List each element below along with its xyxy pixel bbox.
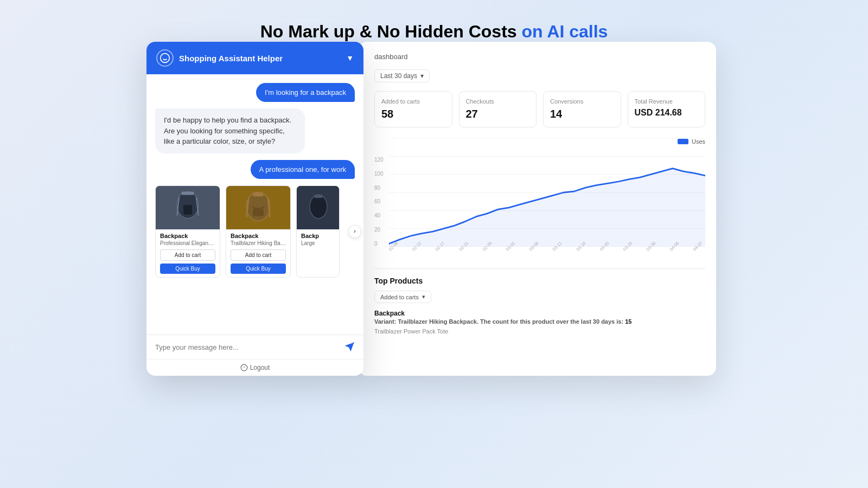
add-to-cart-btn-2[interactable]: Add to cart [231,249,286,261]
chat-body: I'm looking for a backpack I'd be happy … [146,74,363,335]
stat-value-3: USD 214.68 [635,108,699,118]
stat-added-to-carts: Added to carts 58 [374,91,452,127]
stat-revenue: Total Revenue USD 214.68 [628,91,706,127]
dashboard-panel: dashboard Last 30 days ▾ Added to carts … [358,42,716,376]
svg-point-0 [161,54,170,63]
title-blue: on AI calls [521,22,608,41]
product-name-2: Backpack [231,233,286,239]
dashboard-nav: dashboard [374,53,705,61]
date-filter-label: Last 30 days [380,72,417,80]
stats-row: Added to carts 58 Checkouts 27 Conversio… [374,91,705,127]
product-card-2: Backpack Trailblazer Hiking Backpa... Ad… [226,185,291,278]
product-card-3: Backp Large [296,185,340,278]
chat-header-left: Shopping Assistant Helper [156,49,283,67]
chart-container: Uses 120 100 80 60 40 20 0 [374,138,705,258]
svg-rect-6 [183,205,192,215]
product-info-1: Backpack Professional Elegance W... Add … [156,229,220,277]
filter-chevron: ▾ [422,293,425,300]
chat-input-area [146,335,363,359]
stat-checkouts: Checkouts 27 [459,91,537,127]
title-black: No Mark up & No Hidden Costs [260,22,517,41]
stat-value-1: 27 [466,108,530,120]
product-desc-1: Professional Elegance W... [160,240,215,246]
chat-header: Shopping Assistant Helper ▼ [146,42,363,74]
bot-message-1: I'd be happy to help you find a backpack… [155,108,305,153]
product-name-3: Backp [301,233,335,239]
product-desc-2: Trailblazer Hiking Backpa... [231,240,286,246]
stat-label-0: Added to carts [381,98,445,105]
product-name-1: Backpack [160,233,215,239]
product-info-3: Backp Large [297,229,339,253]
date-filter[interactable]: Last 30 days ▾ [374,69,430,82]
top-product-2: Trailblazer Power Pack Tote [374,328,705,335]
carousel-next-button[interactable]: › [348,225,361,238]
product-desc-3: Large [301,240,335,246]
svg-rect-11 [253,192,264,196]
count-value: 15 [625,318,631,325]
stat-value-2: 14 [550,108,614,120]
product-image-3 [297,186,339,229]
top-products-filter-label: Added to carts [380,294,419,300]
svg-point-16 [310,195,327,219]
main-container: Shopping Assistant Helper ▼ I'm looking … [146,42,722,376]
top-products-title: Top Products [374,277,705,285]
user-message-1: I'm looking for a backpack [256,83,355,102]
stat-label-1: Checkouts [466,98,530,105]
top-product-1: Backpack Variant: Trailblazer Hiking Bac… [374,310,705,325]
svg-marker-30 [389,169,705,247]
variant-value: Trailblazer Hiking Backpack. [398,318,478,325]
count-label: The count for this product over the last… [480,318,623,325]
top-product-1-desc: Variant: Trailblazer Hiking Backpack. Th… [374,318,705,325]
product-info-2: Backpack Trailblazer Hiking Backpa... Ad… [226,229,290,277]
chevron-down-icon[interactable]: ▼ [346,54,354,62]
products-carousel: Backpack Professional Elegance W... Add … [155,185,355,278]
chat-title: Shopping Assistant Helper [179,54,283,63]
legend-label: Uses [692,138,705,145]
svg-rect-5 [181,191,194,195]
variant-label: Variant: [374,318,396,325]
top-product-1-name: Backpack [374,310,705,317]
stat-conversions: Conversions 14 [543,91,621,127]
quick-buy-btn-2[interactable]: Quick Buy [231,264,286,274]
chart-svg [389,138,705,247]
send-button[interactable] [344,342,355,352]
date-filter-chevron: ▾ [420,72,424,80]
chat-avatar-icon [156,49,174,67]
chat-input[interactable] [155,343,339,351]
top-products-section: Top Products Added to carts ▾ Backpack V… [374,268,705,335]
quick-buy-btn-1[interactable]: Quick Buy [160,264,215,274]
svg-marker-19 [345,343,354,352]
chat-widget: Shopping Assistant Helper ▼ I'm looking … [146,42,363,376]
svg-point-10 [246,192,270,221]
svg-rect-12 [253,208,264,216]
chart-x-axis: 02-08 02-12 02-17 02-21 02-26 03-01 03-0… [374,248,705,253]
chart-y-axis: 120 100 80 60 40 20 0 [374,149,389,247]
stat-value-0: 58 [381,108,445,120]
stat-label-2: Conversions [550,98,614,105]
product-image-2 [226,186,290,229]
top-products-filter[interactable]: Added to carts ▾ [374,291,431,303]
logout-button[interactable]: Logout [240,364,270,371]
page-title: No Mark up & No Hidden Costs on AI calls [260,22,608,42]
svg-rect-17 [314,195,323,198]
legend-color [678,139,688,144]
product-image-1 [156,186,220,229]
product-card-1: Backpack Professional Elegance W... Add … [155,185,220,278]
user-message-2: A professional one, for work [251,160,355,179]
logout-label: Logout [250,364,270,371]
chat-footer: Logout [146,359,363,376]
chart-legend: Uses [678,138,705,145]
add-to-cart-btn-1[interactable]: Add to cart [160,249,215,261]
stat-label-3: Total Revenue [635,98,699,105]
